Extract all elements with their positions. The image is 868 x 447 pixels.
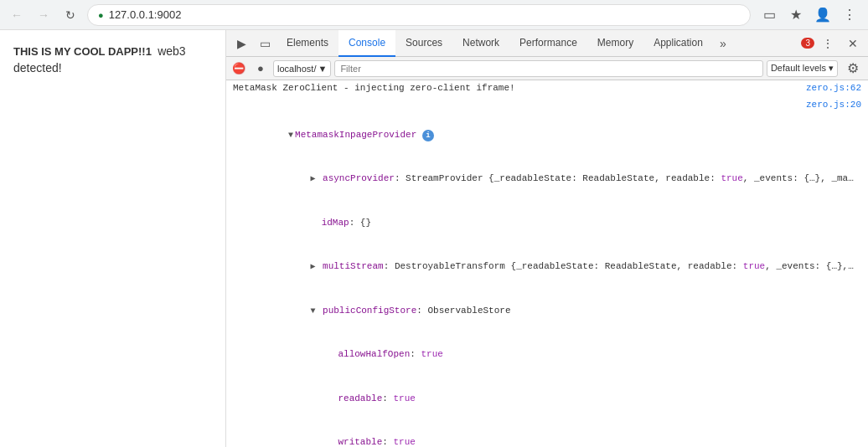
console-eye-button[interactable]: ● [251,59,270,78]
default-levels-selector[interactable]: Default levels ▾ [767,60,838,77]
tab-sources[interactable]: Sources [395,30,452,57]
error-badge: 3 [801,38,814,49]
menu-button[interactable]: ⋮ [838,3,861,27]
console-text: ▼ publicConfigStore: ObservableStore [233,290,861,331]
line-source[interactable]: zero.js:20 [806,98,861,112]
reload-button[interactable]: ↻ [60,5,80,25]
tab-console[interactable]: Console [338,30,395,57]
console-line: writable: true [226,421,868,448]
url-selector-text: localhost/ [277,64,316,74]
element-selector-button[interactable]: ▶ [230,32,253,55]
console-line: readable: true [226,377,868,421]
back-button[interactable]: ← [7,5,27,25]
browser-toolbar-right: ▭ ★ 👤 ⋮ [757,3,861,27]
page-title: THIS IS MY COOL DAPP!!1 web3 detected! [13,44,212,76]
console-toolbar: ⛔ ● localhost/ ▼ Default levels ▾ ⚙ [226,57,868,80]
default-levels-text: Default levels ▾ [771,63,834,74]
console-line: idMap: {} [226,201,868,245]
console-line: allowHalfOpen: true [226,333,868,378]
console-text: ▶ asyncProvider: StreamProvider {_readab… [233,158,861,200]
profile-button[interactable]: 👤 [811,3,834,27]
url-selector-arrow: ▼ [318,64,327,74]
tab-elements[interactable]: Elements [276,30,338,57]
console-line: zero.js:20 [226,97,868,114]
console-line: MetaMask ZeroClient - injecting zero-cli… [226,80,868,97]
console-text: ▼MetamaskInpageProvider i [233,114,861,156]
filter-input[interactable] [334,60,763,77]
console-line: ▼MetamaskInpageProvider i [226,113,868,157]
devtools-topbar-right: 3 ⋮ ✕ [799,32,865,55]
console-text: MetaMask ZeroClient - injecting zero-cli… [233,81,806,95]
cast-button[interactable]: ▭ [757,3,781,27]
tab-performance[interactable]: Performance [509,30,587,57]
bookmark-button[interactable]: ★ [784,3,808,27]
url-selector[interactable]: localhost/ ▼ [273,60,331,77]
tab-network[interactable]: Network [452,30,509,57]
secure-icon: ● [98,10,104,20]
device-toolbar-button[interactable]: ▭ [253,32,276,55]
main-area: THIS IS MY COOL DAPP!!1 web3 detected! ▶… [0,30,868,447]
url-text: 127.0.0.1:9002 [109,8,182,21]
devtools-more-button[interactable]: ⋮ [816,32,840,55]
more-tabs-button[interactable]: » [713,30,733,57]
console-text: readable: true [233,378,861,419]
console-text: ▶ multiStream: DestroyableTransform {_re… [233,246,861,288]
console-settings-button[interactable]: ⚙ [841,57,865,80]
tab-memory[interactable]: Memory [587,30,643,57]
console-text: idMap: {} [233,202,861,244]
console-line: ▼ publicConfigStore: ObservableStore [226,289,868,333]
devtools-panel: ▶ ▭ Elements Console Sources Network Per… [226,30,868,447]
page-content: THIS IS MY COOL DAPP!!1 web3 detected! [0,30,226,447]
forward-button[interactable]: → [34,5,54,25]
expand-arrow[interactable]: ▶ [310,174,315,183]
console-output[interactable]: MetaMask ZeroClient - injecting zero-cli… [226,80,868,447]
tab-application[interactable]: Application [643,30,713,57]
collapse-arrow[interactable]: ▼ [288,131,293,140]
devtools-close-button[interactable]: ✕ [841,32,865,55]
console-line: ▶ asyncProvider: StreamProvider {_readab… [226,157,868,202]
expand-arrow[interactable]: ▶ [310,262,315,271]
devtools-topbar: ▶ ▭ Elements Console Sources Network Per… [226,30,868,57]
line-source[interactable]: zero.js:62 [806,81,861,95]
address-bar[interactable]: ● 127.0.0.1:9002 [87,4,751,26]
browser-toolbar: ← → ↻ ● 127.0.0.1:9002 ▭ ★ 👤 ⋮ [0,0,868,30]
console-clear-button[interactable]: ⛔ [230,59,248,78]
console-text: writable: true [233,422,861,448]
console-line: ▶ multiStream: DestroyableTransform {_re… [226,245,868,290]
collapse-arrow[interactable]: ▼ [310,306,315,316]
console-text: allowHalfOpen: true [233,334,861,376]
